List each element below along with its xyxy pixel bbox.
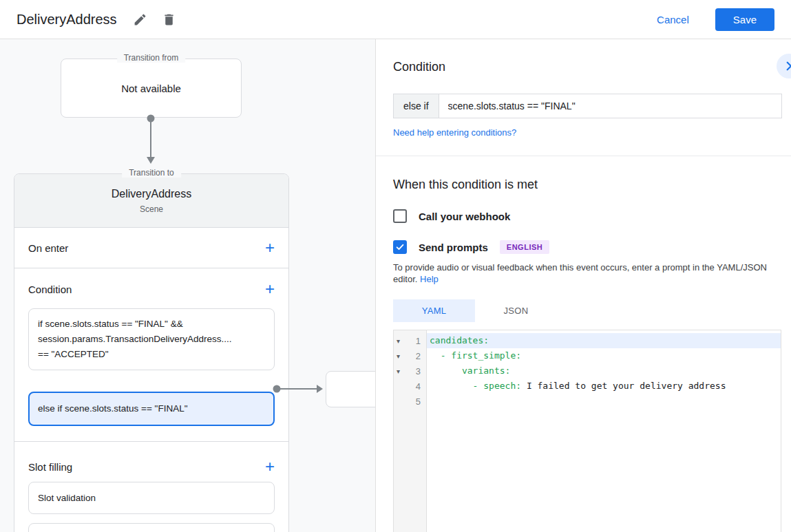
condition-item-if[interactable]: if scene.slots.status == "FINAL" && sess… — [28, 308, 275, 370]
fold-icon[interactable]: ▾ — [397, 337, 400, 345]
save-button[interactable]: Save — [715, 8, 774, 31]
chevron-right-icon — [783, 60, 791, 72]
line-number: 4 — [416, 381, 421, 392]
code-line: candidates: — [427, 333, 781, 348]
flow-diagram-panel: Transition from Not available Transition… — [0, 39, 376, 532]
condition-section: Condition + if scene.slots.status == "FI… — [14, 268, 288, 442]
gutter-line: 5 — [394, 394, 426, 409]
language-badge: ENGLISH — [500, 240, 549, 254]
call-webhook-checkbox[interactable] — [393, 209, 407, 223]
prompt-hint-text: To provide audio or visual feedback when… — [393, 262, 780, 285]
editor-code-area[interactable]: candidates: - first_simple: variants: - … — [427, 330, 781, 532]
slot-item-validation[interactable]: Slot validation — [28, 482, 275, 514]
slot-filling-section: Slot filling + Slot validation Transacti… — [14, 442, 288, 532]
scene-subtitle: Scene — [14, 204, 288, 214]
condition-expression-input[interactable] — [439, 94, 781, 118]
condition-item-else-if[interactable]: else if scene.slots.status == "FINAL" — [28, 392, 275, 426]
transition-from-box: Transition from Not available — [61, 58, 242, 118]
section-divider — [376, 156, 791, 156]
condition-detail-panel: Condition else if Need help entering con… — [376, 39, 791, 532]
editor-format-tabs: YAML JSON — [393, 299, 782, 322]
code-line: variants: — [427, 363, 781, 379]
fold-icon[interactable]: ▾ — [397, 368, 400, 375]
scene-editor: DeliveryAddress Cancel Save Transition f… — [0, 0, 791, 532]
scene-card-header: DeliveryAddress Scene — [14, 174, 288, 228]
delete-button[interactable] — [161, 11, 178, 28]
yaml-code-editor[interactable]: ▾ 1 ▾ 2 ▾ 3 4 5 — [393, 330, 781, 532]
add-slot-button[interactable]: + — [265, 458, 275, 475]
line-number: 5 — [416, 396, 421, 407]
trash-icon — [162, 12, 176, 27]
gutter-line: 4 — [394, 379, 426, 394]
top-bar: DeliveryAddress Cancel Save — [0, 0, 791, 39]
code-line: - first_simple: — [427, 348, 781, 363]
add-condition-button[interactable]: + — [265, 281, 275, 297]
scene-card: Transition to DeliveryAddress Scene On e… — [14, 173, 289, 532]
when-condition-met-heading: When this condition is met — [393, 178, 782, 192]
fold-icon[interactable]: ▾ — [397, 352, 400, 360]
gutter-line: ▾ 2 — [394, 348, 426, 363]
checkmark-icon — [395, 242, 405, 252]
call-webhook-label: Call your webhook — [419, 211, 510, 222]
gutter-line: ▾ 1 — [394, 333, 426, 348]
transition-target-box[interactable] — [326, 371, 376, 407]
slot-filling-label: Slot filling — [28, 461, 72, 473]
condition-input-row: else if — [393, 94, 782, 118]
gutter-line: ▾ 3 — [394, 363, 426, 379]
line-number: 1 — [416, 336, 421, 346]
condition-prefix-label: else if — [394, 94, 439, 118]
transition-from-content: Not available — [121, 83, 181, 94]
edit-button[interactable] — [132, 11, 149, 28]
send-prompts-row: Send prompts ENGLISH — [393, 240, 782, 254]
code-line — [427, 394, 781, 409]
editor-gutter: ▾ 1 ▾ 2 ▾ 3 4 5 — [394, 330, 427, 532]
line-number: 3 — [416, 366, 421, 376]
on-enter-label: On enter — [28, 242, 68, 254]
collapse-panel-button[interactable] — [777, 54, 791, 78]
transition-from-legend: Transition from — [117, 53, 186, 63]
code-line: - speech: I failed to get your delivery … — [427, 379, 781, 394]
add-on-enter-button[interactable]: + — [265, 240, 275, 256]
condition-help-link[interactable]: Need help entering conditions? — [393, 127, 516, 138]
slot-item-transaction-delivery-address[interactable]: TransactionDeliveryAddress — [28, 523, 275, 532]
page-title: DeliveryAddress — [17, 12, 117, 28]
webhook-row: Call your webhook — [393, 209, 782, 223]
line-number: 2 — [416, 351, 421, 361]
send-prompts-label: Send prompts — [419, 242, 488, 253]
condition-heading: Condition — [393, 60, 782, 74]
cancel-button[interactable]: Cancel — [657, 14, 689, 25]
scene-title: DeliveryAddress — [14, 188, 288, 200]
tab-json[interactable]: JSON — [475, 299, 557, 322]
on-enter-section: On enter + — [14, 228, 288, 268]
transition-to-legend: Transition to — [122, 168, 181, 178]
send-prompts-checkbox[interactable] — [393, 240, 407, 254]
tab-yaml[interactable]: YAML — [393, 299, 475, 322]
condition-label: Condition — [28, 284, 72, 295]
pencil-icon — [133, 12, 147, 27]
help-link[interactable]: Help — [420, 274, 439, 284]
